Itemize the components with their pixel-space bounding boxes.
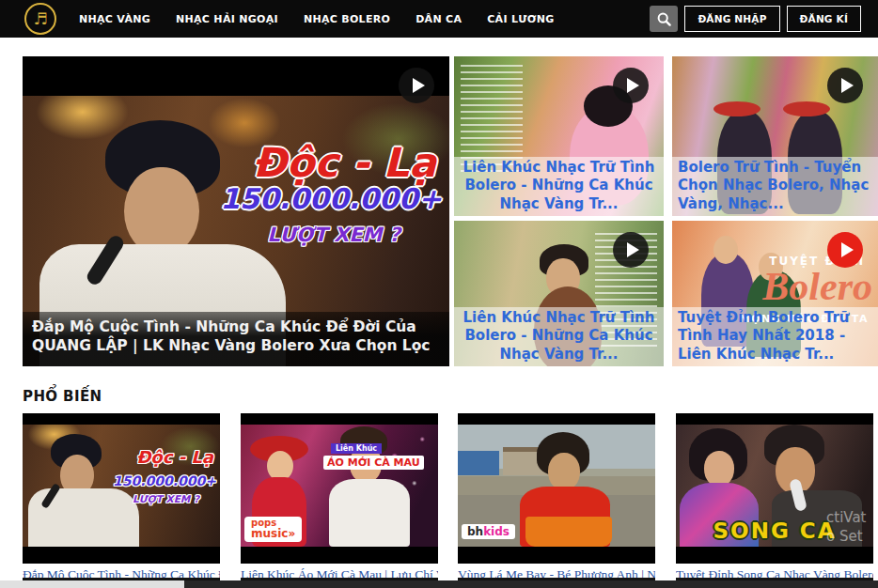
main-nav: NHẠC VÀNG NHẠC HẢI NGOẠI NHẠC BOLERO DÂN…: [79, 13, 554, 25]
nav-item-cai-luong[interactable]: CẢI LƯƠNG: [487, 13, 554, 25]
search-button[interactable]: [650, 6, 678, 32]
play-button[interactable]: [827, 232, 863, 268]
video-thumbnail: SONG CA: [676, 413, 873, 564]
register-button[interactable]: ĐĂNG KÍ: [787, 6, 861, 32]
hero-grid-video-2[interactable]: Bolero Trữ Tình - Tuyển Chọn Nhạc Bolero…: [672, 56, 878, 216]
basket-shape: [525, 517, 612, 547]
play-icon: [413, 78, 425, 93]
nav-item-nhac-vang[interactable]: NHẠC VÀNG: [79, 13, 150, 25]
thumbnail-overlay-views: 150.000.000+: [113, 473, 216, 488]
popular-video-card-3[interactable]: bhkids Vùng Lá Me Bay - Bé Phương Anh | …: [458, 413, 655, 582]
navbar: ♬ NHẠC VÀNG NHẠC HẢI NGOẠI NHẠC BOLERO D…: [0, 0, 878, 38]
play-button[interactable]: [613, 68, 649, 103]
hero-grid-video-1[interactable]: Liên Khúc Nhạc Trữ Tình Bolero - Những C…: [454, 56, 664, 216]
hero-grid-video-4[interactable]: TUYỆT ĐỈNH Bolero MỘNG ƯỚC ĐÔI TA Tuyệt …: [672, 221, 878, 366]
navbar-actions: ĐĂNG NHẬP ĐĂNG KÍ: [650, 6, 861, 32]
featured-video-card[interactable]: Độc - Lạ 150.000.000+ LƯỢT XEM ? Đắp Mộ …: [23, 56, 449, 366]
play-icon: [841, 242, 854, 257]
nav-item-dan-ca[interactable]: DÂN CA: [415, 13, 462, 25]
login-button[interactable]: ĐĂNG NHẬP: [684, 6, 779, 32]
thumbnail-overlay-main: Bolero: [762, 264, 872, 309]
hero-grid-video-3[interactable]: Liên Khúc Nhạc Trữ Tình Bolero - Những C…: [454, 221, 664, 366]
video-thumbnail: bhkids: [458, 413, 655, 564]
video-title[interactable]: Liên Khúc Nhạc Trữ Tình Bolero - Những C…: [454, 307, 664, 366]
site-logo[interactable]: ♬: [24, 3, 56, 35]
featured-video-title[interactable]: Đắp Mộ Cuộc Tình - Những Ca Khúc Để Đời …: [23, 312, 449, 366]
horizontal-scrollbar-thumb[interactable]: [184, 580, 878, 588]
thumbnail-badge-small: Liên Khúc: [331, 443, 382, 454]
video-title[interactable]: Liên Khúc Nhạc Trữ Tình Bolero - Những C…: [454, 157, 664, 216]
play-icon: [841, 78, 854, 93]
play-button[interactable]: [613, 232, 649, 268]
thumbnail-overlay-title: SONG CA: [676, 518, 873, 543]
bhkids-logo: bhkids: [462, 524, 515, 539]
video-title[interactable]: Bolero Trữ Tình - Tuyển Chọn Nhạc Bolero…: [672, 157, 878, 216]
play-icon: [627, 78, 639, 93]
popular-video-card-4[interactable]: SONG CA Tuyệt Đỉnh Song Ca Nhạc Vàng Bol…: [676, 413, 873, 582]
video-thumbnail: Liên Khúc ÁO MỚI CÀ MAU pops music»: [241, 413, 438, 564]
section-heading-popular: PHỔ BIẾN: [23, 388, 102, 405]
nav-item-nhac-bolero[interactable]: NHẠC BOLERO: [304, 13, 390, 25]
play-button[interactable]: [399, 68, 434, 103]
video-title[interactable]: Tuyệt Đỉnh Bolero Trữ Tình Hay Nhất 2018…: [672, 307, 878, 366]
music-note-icon: ♬: [33, 9, 47, 28]
popular-video-card-2[interactable]: Liên Khúc ÁO MỚI CÀ MAU pops music» Liên…: [241, 413, 438, 582]
nav-item-nhac-hai-ngoai[interactable]: NHẠC HẢI NGOẠI: [176, 13, 278, 25]
popular-video-card-1[interactable]: Độc - Lạ 150.000.000+ LƯỢT XEM ? Đắp Mộ …: [23, 413, 220, 582]
play-icon: [627, 242, 639, 257]
play-button[interactable]: [827, 68, 863, 103]
video-thumbnail: Độc - Lạ 150.000.000+ LƯỢT XEM ?: [23, 413, 220, 564]
thumbnail-overlay-title: Độc - Lạ: [136, 447, 213, 467]
search-icon: [657, 12, 671, 26]
thumbnail-badge-title: ÁO MỚI CÀ MAU: [323, 456, 424, 470]
page: ♬ NHẠC VÀNG NHẠC HẢI NGOẠI NHẠC BOLERO D…: [0, 0, 878, 588]
thumbnail-overlay-caption: LƯỢT XEM ?: [267, 224, 400, 246]
thumbnail-overlay-views: 150.000.000+: [220, 182, 442, 215]
horizontal-scrollbar-track[interactable]: [0, 580, 878, 588]
thumbnail-overlay-caption: LƯỢT XEM ?: [133, 493, 199, 504]
pops-music-logo: pops music»: [244, 517, 302, 542]
thumbnail-overlay-title: Độc - Lạ: [253, 139, 436, 186]
